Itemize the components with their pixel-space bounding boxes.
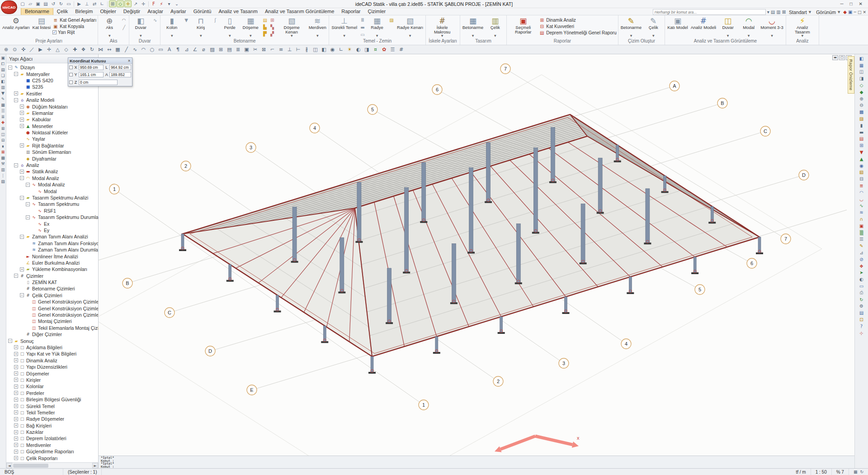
expand-icon[interactable]: + (14, 430, 18, 434)
tree-item[interactable]: +□Bağ Kirişleri (6, 422, 98, 428)
l-input[interactable]: 964.92 cm (109, 65, 131, 70)
offset-icon[interactable]: ≡ (277, 46, 285, 53)
tree-item[interactable]: +◉Düğüm Noktaları (6, 103, 98, 109)
expand-icon[interactable]: + (14, 378, 18, 382)
y-input[interactable]: 165.1 cm (79, 72, 104, 77)
yari-rijit-checkbox[interactable]: ✓ (52, 30, 57, 34)
add-view-icon[interactable]: ✚ (1, 120, 5, 125)
support-display-icon[interactable]: ▲ (857, 156, 866, 162)
steel-column[interactable] (340, 238, 344, 291)
collapse-icon[interactable]: − (8, 66, 12, 70)
expand-icon[interactable]: + (14, 365, 18, 369)
move-copy-icon[interactable]: ❖ (79, 46, 88, 53)
text-icon[interactable]: A (165, 46, 174, 53)
steel-column[interactable] (387, 268, 392, 322)
run-analysis-icon[interactable]: ⚡ (158, 0, 165, 7)
slab-labels-icon[interactable]: ▤ (857, 136, 866, 142)
triangle-tool-icon[interactable]: △ (53, 46, 62, 53)
isolate-icon[interactable]: ◧ (1, 79, 5, 84)
coordinate-box-close-icon[interactable]: ✕ (127, 59, 131, 63)
column-base-plate[interactable] (368, 372, 376, 374)
idecad-logo-icon[interactable]: ideCAD (1, 0, 17, 14)
tree-item[interactable]: +□Güçlendirme Raporları (6, 448, 98, 455)
hatch2-icon[interactable]: ▩ (1, 156, 5, 160)
annotate-icon[interactable]: ✎ (857, 242, 866, 249)
close-button[interactable]: ✕ (859, 1, 863, 6)
tree-item[interactable]: #Betonarme Çizimleri (6, 285, 98, 292)
tab-objeler[interactable]: Objeler (96, 8, 119, 15)
storey-icon[interactable]: ≣ (1, 114, 5, 119)
tree-item[interactable]: +□Kazıklar (6, 429, 98, 435)
z-input[interactable]: 0 cm (79, 80, 118, 85)
block-icon[interactable]: ▣ (242, 46, 251, 53)
ribbon-button-analiz-tasarım[interactable]: ⚡Analiz Tasarım▼ (788, 16, 817, 38)
view-front-icon[interactable]: ◫ (857, 69, 866, 76)
axis-labels-icon[interactable]: ⊞ (857, 142, 866, 149)
section-icon[interactable]: ⊟ (1, 138, 5, 142)
angle-dim-icon[interactable]: ∠ (191, 46, 199, 53)
column-base-plate[interactable] (485, 201, 492, 203)
collapse-icon[interactable]: − (14, 98, 18, 102)
search-dropdown-icon[interactable]: ▾ (767, 10, 769, 14)
tree-item[interactable]: −#Çelik Çizimleri (6, 292, 98, 299)
diameter-icon[interactable]: ⌀ (199, 46, 208, 53)
tree-item[interactable]: +□Çelik Raporları (6, 455, 98, 461)
column-base-plate[interactable] (291, 261, 298, 263)
column-base-plate[interactable] (549, 181, 557, 183)
a-input[interactable]: 189.852 (109, 72, 131, 77)
rotate-icon[interactable]: ↻ (88, 46, 96, 53)
steel-column[interactable] (581, 204, 585, 263)
ribbon-button-katı-model[interactable]: ▣Katı Model (666, 16, 689, 38)
tree-item[interactable]: +□Sürekli Temel (6, 403, 98, 409)
status-scale[interactable]: 1 : 50 (811, 469, 832, 475)
pin-view-icon[interactable]: ⊹ (857, 330, 866, 337)
diagram-v-icon[interactable]: ◡ (857, 196, 866, 203)
column-labels-icon[interactable]: ▮ (857, 122, 866, 129)
scroll-left-icon[interactable]: ◄ (6, 463, 12, 468)
tree-item[interactable]: +□Yapı Düzensizlikleri (6, 364, 98, 370)
funnel-icon[interactable]: ▼ (183, 17, 190, 24)
column-base-plate[interactable] (644, 242, 651, 244)
tree-item[interactable]: −◠Modal Analiz (6, 175, 98, 181)
tree-item[interactable]: ∿Modal (6, 188, 98, 194)
collapse-icon[interactable]: − (26, 183, 30, 187)
polyline-icon[interactable]: ∿ (131, 46, 139, 53)
ribbon-button-kat-genel-ayarları[interactable]: ≣Kat Genel Ayarları (52, 17, 96, 23)
deformed-icon[interactable]: ≋ (857, 209, 866, 216)
fillet-icon[interactable]: ⌐ (268, 46, 277, 53)
elevation-icon[interactable]: ∎ (2, 144, 5, 148)
tree-item[interactable]: +□Tekil Temeller (6, 409, 98, 416)
ribbon-button-modal[interactable]: ◠Modal▼ (739, 16, 759, 38)
column-base-plate[interactable] (756, 252, 763, 254)
angle-snap-icon[interactable]: ∟ (99, 0, 106, 7)
tracking-snap-icon[interactable]: ✛ (124, 0, 132, 7)
column-base-plate[interactable] (226, 280, 234, 282)
column-base-plate[interactable] (433, 352, 440, 354)
delete-icon[interactable]: ⊠ (1, 150, 5, 154)
customize-toolbar-icon[interactable]: ⌄ (173, 0, 180, 7)
tree-item[interactable]: +▰Kabuklar (6, 116, 98, 123)
expand-icon[interactable]: + (14, 385, 18, 389)
mirror-icon[interactable]: ⋈ (96, 46, 105, 53)
ribbon-button-merdiven[interactable]: ≋Merdiven▼ (307, 16, 327, 38)
ribbon-button-duvar[interactable]: ◧Duvar▼ (131, 16, 151, 38)
layer-stack2-icon[interactable]: ▥ (776, 10, 780, 14)
tree-item[interactable]: ◫Montaj Çizimleri (6, 318, 98, 324)
curve-icon[interactable]: ∿ (151, 17, 159, 24)
tab-araçlar[interactable]: Araçlar (144, 8, 167, 15)
expand-icon[interactable]: + (20, 118, 24, 122)
ucs-icon[interactable]: ∟ (337, 46, 345, 53)
tab-raporlar[interactable]: Raporlar (338, 8, 364, 15)
help-view-icon[interactable]: ? (857, 323, 866, 330)
node-snap-icon[interactable]: ✛ (140, 0, 147, 7)
tree-item[interactable]: −∿Tasarım Spektrumu Durumları (6, 214, 98, 220)
marker-icon[interactable]: ✛ (45, 46, 53, 53)
polygon-tool-icon[interactable]: ◇ (62, 46, 71, 53)
tree-item[interactable]: +▲Mesnetler (6, 123, 98, 129)
pad-icon[interactable]: ▭ (359, 31, 366, 38)
explode-icon[interactable]: ❖ (857, 263, 866, 270)
grid-snap-icon[interactable]: ⊞ (109, 0, 116, 7)
tree-item[interactable]: +□Dinamik Analiz (6, 357, 98, 364)
measure-icon[interactable]: ／ (28, 46, 36, 53)
collapse-icon[interactable]: − (14, 274, 18, 278)
